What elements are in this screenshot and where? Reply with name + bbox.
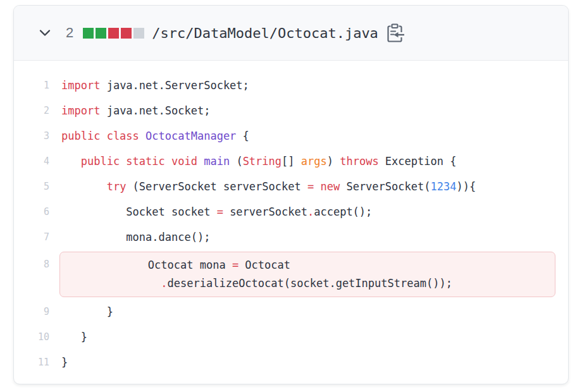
code-text: public static void main (String[] args) … [61,149,456,174]
code-token: = [232,259,238,271]
line-number: 1 [14,73,49,98]
code-token: OctocatManager [146,130,236,142]
line-number: 7 [14,224,49,250]
file-diff-card: 2 /src/DataModel/Octocat.java 1import ja… [13,5,569,384]
code-token: Socket socket [61,205,217,218]
code-token: . [161,277,167,290]
diff-stat-blocks [83,28,144,39]
code-text: } [61,324,87,350]
code-token: public class [61,130,146,142]
code-line: 10 } [14,324,568,350]
clipboard-paste-icon[interactable] [386,23,405,44]
code-token: Octocat mona [70,259,232,271]
diff-stat-block-deletion [108,28,119,39]
code-token: Octocat [238,259,290,271]
code-token [61,180,107,193]
code-line: 2import java.net.Socket; [14,98,568,123]
code-token: deserializeOctocat(socket.getInputStream… [168,277,452,290]
code-token: ) [327,155,340,168]
code-token: [] [282,155,301,168]
chevron-down-icon[interactable] [38,26,52,40]
code-text: mona.dance(); [61,224,210,250]
code-token: java.net.Socket; [100,104,210,117]
code-line: 1import java.net.ServerSocket; [14,73,568,98]
code-token: import [61,104,100,117]
code-token: String [243,155,282,168]
code-token: java.net.ServerSocket; [100,79,249,92]
line-number: 6 [14,199,49,224]
code-token: mona.dance(); [61,231,210,243]
code-token: new [320,180,340,193]
code-token: )){ [456,180,476,193]
code-token: } [61,331,87,343]
code-line: 7 mona.dance(); [14,224,568,250]
code-token: 1234 [430,180,456,193]
code-line: 5 try (ServerSocket serverSocket = new S… [14,174,568,199]
code-line: 11} [14,350,568,375]
code-token: { [236,130,249,142]
code-token: } [61,356,68,369]
code-token: args [301,155,327,168]
code-token: = [217,205,223,218]
line-number: 9 [14,299,49,324]
line-number: 3 [14,123,49,149]
code-token: main [204,155,230,168]
file-path: /src/DataModel/Octocat.java [152,25,378,41]
code-text: .deserializeOctocat(socket.getInputStrea… [70,274,550,293]
code-token: ( [230,155,242,168]
code-text: } [61,299,113,324]
code-token: . [307,205,314,218]
code-text: } [61,350,68,375]
code-line: 9 } [14,299,568,324]
code-token: accept(); [314,205,372,218]
code-text: import java.net.Socket; [61,98,210,123]
code-token [314,180,320,193]
code-text: import java.net.ServerSocket; [61,73,249,98]
code-token: Exception { [379,155,457,168]
code-line: 3public class OctocatManager { [14,123,568,149]
code-line: 8 Octocat mona = Octocat .deserializeOct… [14,250,568,299]
line-number: 10 [14,324,49,350]
code-line: 4 public static void main (String[] args… [14,149,568,174]
diff-stat-block-addition [83,28,94,39]
changes-count: 2 [66,25,73,41]
code-token: = [307,180,314,193]
line-number: 8 [14,250,49,299]
code-token [61,155,81,168]
code-token: } [61,305,113,318]
code-text: Octocat mona = Octocat [70,256,550,274]
line-number: 5 [14,174,49,199]
code-token: throws [340,155,378,168]
code-token: public static void [81,155,204,168]
code-token: ServerSocket( [340,180,430,193]
code-token: serverSocket [223,205,307,218]
code-token: (ServerSocket serverSocket [126,180,307,193]
code-text: public class OctocatManager { [61,123,249,149]
code-token: import [61,79,100,92]
highlighted-block: Octocat mona = Octocat .deserializeOctoc… [59,252,555,297]
diff-stat-block-addition [96,28,106,39]
diff-stat-block-neutral [133,28,144,39]
code-viewer: 1import java.net.ServerSocket;2import ja… [14,61,568,375]
code-token [70,277,161,290]
line-number: 11 [14,350,49,375]
code-token: try [107,180,127,193]
code-text: try (ServerSocket serverSocket = new Ser… [61,174,476,199]
line-number: 4 [14,149,49,174]
line-number: 2 [14,98,49,123]
code-line: 6 Socket socket = serverSocket.accept(); [14,199,568,224]
code-text: Socket socket = serverSocket.accept(); [61,199,372,224]
diff-header: 2 /src/DataModel/Octocat.java [14,6,568,61]
diff-stat-block-deletion [121,28,132,39]
